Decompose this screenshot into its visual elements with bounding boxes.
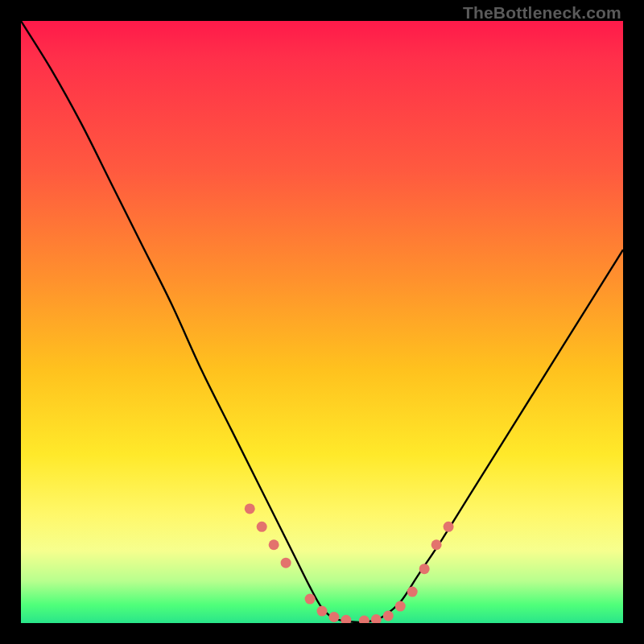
- highlight-dot: [245, 503, 255, 514]
- highlight-dot: [281, 558, 291, 568]
- highlight-dot: [341, 615, 351, 623]
- bottleneck-curve: [21, 21, 623, 622]
- highlight-dot: [383, 611, 394, 621]
- highlight-dot: [269, 539, 279, 550]
- highlight-dot: [317, 606, 328, 617]
- highlight-dot: [328, 612, 339, 622]
- highlight-dots: [245, 503, 454, 623]
- highlight-dot: [395, 601, 406, 612]
- highlight-dot: [407, 587, 418, 597]
- highlight-dot: [419, 564, 430, 574]
- highlight-dot: [371, 614, 382, 623]
- chart-svg: [21, 21, 623, 623]
- outer-frame: TheBottleneck.com: [0, 0, 644, 644]
- watermark-text: TheBottleneck.com: [463, 3, 621, 23]
- highlight-dot: [305, 594, 316, 605]
- highlight-dot: [257, 522, 267, 532]
- highlight-dot: [444, 522, 454, 532]
- highlight-dot: [359, 616, 369, 623]
- plot-area: [21, 21, 623, 623]
- highlight-dot: [431, 539, 442, 550]
